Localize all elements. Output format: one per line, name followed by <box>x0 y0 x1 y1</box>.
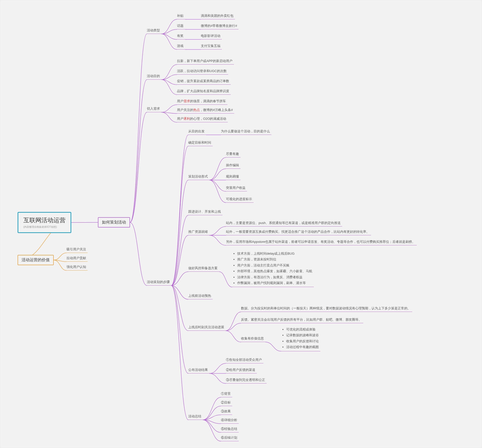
node-step-summary[interactable]: 活动总结 <box>188 413 203 420</box>
node-step-dev[interactable]: 跟进设计、开发和上线 <box>188 208 222 215</box>
node-monitor-1[interactable]: 反馈。紧密关注会出现用户反馈的所有平台，比如用户群、贴吧、微博、朋友圈等。 <box>241 316 363 323</box>
node-value-item-0[interactable]: 吸引用户关注 <box>67 246 88 253</box>
node-monitor-0[interactable]: 数据。分为按实时的和单位时间的（一般按天）两种情况，要对数据波动情况有心理预期，… <box>241 305 412 312</box>
node-collect-bullets[interactable]: 可优化的流程或体验 记录数据的波峰和波谷 收集用户的反馈和讨论 活动过程中有趣的… <box>281 326 320 351</box>
node-form-3[interactable]: 突显用户收益 <box>226 185 247 191</box>
node-promo-2[interactable]: 另外，应用市场和Appstore也属于站外渠道，前者可以申请首发、有奖活动、专题… <box>226 239 417 245</box>
node-summary-5[interactable]: ⑥后续计划 <box>221 434 239 441</box>
root-title: 互联网活动运营 <box>23 216 66 224</box>
node-collect[interactable]: 收集有价值信息 <box>241 335 265 342</box>
node-form-1[interactable]: 操作编辑 <box>226 162 240 169</box>
node-type-1-key[interactable]: 话题 <box>177 23 185 29</box>
node-steps[interactable]: 活动策划的步骤 <box>147 279 171 286</box>
node-needs-2[interactable]: 用户逐利的心理，O2O的满减活动 <box>177 116 228 122</box>
node-type-3-key[interactable]: 游戏 <box>177 43 185 49</box>
node-summary-0[interactable]: ①背景 <box>221 390 232 397</box>
node-promo-1[interactable]: 站外，一般需要资源互换或付费购买。找更适合推广这个活动的产品合作，比站内有更好的… <box>226 229 371 235</box>
node-type-1-val[interactable]: 微博的#带着微博去旅行# <box>201 23 238 29</box>
node-needs[interactable]: 切入需求 <box>147 105 161 112</box>
node-purpose-0[interactable]: 拉新，新下单用户或APP的新启动用户 <box>177 58 234 65</box>
node-how-label: 如何策划活动 <box>102 220 126 224</box>
node-summary-1[interactable]: ②目标 <box>221 399 232 406</box>
node-type-2-key[interactable]: 有奖 <box>177 33 185 39</box>
node-form-2[interactable]: 规则易懂 <box>226 173 240 180</box>
node-step-preheat[interactable]: 上线前活动预热 <box>188 293 213 299</box>
node-purpose[interactable]: 活动目的 <box>147 73 161 80</box>
node-purpose-3[interactable]: 品牌，扩大品牌知名度和品牌辨识度 <box>177 88 231 95</box>
node-type-3-val[interactable]: 支付宝集五福 <box>201 43 222 49</box>
node-announce-0[interactable]: ①告知全部活动受众用户 <box>226 357 263 363</box>
node-value-item-1[interactable]: 拉动用户贡献 <box>67 255 88 262</box>
node-step-form[interactable]: 策划活动形式 <box>188 173 209 180</box>
node-step-goal-desc[interactable]: 为什么要做这个活动，目的是什么 <box>221 128 271 135</box>
node-step-promo[interactable]: 推广资源就绪 <box>188 229 209 235</box>
root-subtitle: (内容整理自韩叙老师IOT创想) <box>23 225 66 229</box>
node-needs-1[interactable]: 用户关注的热点，微博的#汪峰上头条# <box>177 107 234 114</box>
node-purpose-2[interactable]: 促销，提升某款或某类商品的订单数 <box>177 78 231 85</box>
node-step-monitor[interactable]: 上线后时刻关注活动进展 <box>188 324 226 331</box>
node-value-label: 活动运营的价值 <box>22 258 50 262</box>
node-how[interactable]: 如何策划活动 <box>98 217 130 228</box>
node-type[interactable]: 活动类型 <box>147 27 161 34</box>
node-form-0[interactable]: 尽量有趣 <box>226 151 240 157</box>
node-step-goal[interactable]: 从目的出发 <box>188 128 206 135</box>
node-step-risk[interactable]: 做好风控和备选方案 <box>188 265 219 272</box>
node-risk-bullets[interactable]: 技术方面，上线时间delay或上线后BUG 推广方面，资源未按时到位 用户方面，… <box>232 251 314 287</box>
node-summary-2[interactable]: ③效果 <box>221 408 232 415</box>
collect-bullet-list: 可优化的流程或体验 记录数据的波峰和波谷 收集用户的反馈和讨论 活动过程中有趣的… <box>281 326 320 351</box>
node-value[interactable]: 活动运营的价值 <box>18 255 54 265</box>
node-announce-2[interactable]: ③尽量做到完全透明和公正 <box>226 377 267 383</box>
mindmap-canvas: 互联网活动运营 (内容整理自韩叙老师IOT创想) 如何策划活动 活动运营的价值 … <box>0 0 482 448</box>
node-type-2-val[interactable]: 电影影评活动 <box>201 33 222 39</box>
node-type-0-val[interactable]: 滴滴和美团的外卖红包 <box>201 13 235 19</box>
risk-bullet-list: 技术方面，上线时间delay或上线后BUG 推广方面，资源未按时到位 用户方面，… <box>232 251 314 287</box>
node-value-item-2[interactable]: 强化用户认知 <box>67 264 88 270</box>
node-summary-3[interactable]: ④详细分析 <box>221 417 239 424</box>
node-type-0-key[interactable]: 补贴 <box>177 13 185 19</box>
node-step-target[interactable]: 确定目标和时间 <box>188 139 213 146</box>
node-form-4[interactable]: 可视化的进度标示 <box>226 196 254 203</box>
node-announce-1[interactable]: ②给用户反馈的渠道 <box>226 367 257 373</box>
node-needs-0[interactable]: 用户需求的场景，滴滴的春节拼车 <box>177 98 227 105</box>
node-purpose-1[interactable]: 活跃，拉动访问登录和UGC的次数 <box>177 68 228 75</box>
node-step-announce[interactable]: 公布活动结果 <box>188 367 209 373</box>
node-summary-4[interactable]: ⑤经验总结 <box>221 426 239 432</box>
root-node[interactable]: 互联网活动运营 (内容整理自韩叙老师IOT创想) <box>18 212 71 233</box>
node-promo-0[interactable]: 站内，主要是资源位、push、系统通知等已有渠道，或是精准用户群的定向推送 <box>226 220 342 227</box>
